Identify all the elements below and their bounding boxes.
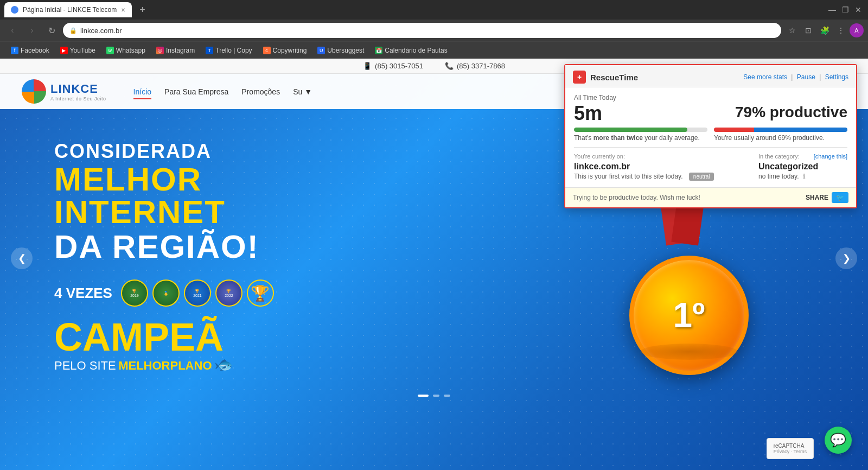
- screen-capture-button[interactable]: ⊡: [801, 23, 816, 38]
- lock-icon: 🔒: [69, 27, 77, 34]
- first-visit-label: This is your first visit to this site to…: [574, 173, 683, 180]
- profile-button[interactable]: A: [850, 23, 864, 37]
- bookmark-trello[interactable]: T Trello | Copy: [201, 45, 256, 56]
- footer-text: Trying to be productive today. Wish me l…: [573, 194, 700, 201]
- url-text: linkce.com.br: [80, 27, 775, 35]
- copywriting-icon: c: [263, 47, 271, 54]
- slide-dot-1[interactable]: [418, 395, 429, 397]
- phone-icon: 📞: [445, 62, 454, 70]
- bookmark-calendario[interactable]: 📅 Calendário de Pautas: [371, 45, 451, 56]
- restore-button[interactable]: ❐: [840, 4, 851, 15]
- bookmark-whatsapp-label: Whatsapp: [116, 47, 145, 54]
- neutral-badge: neutral: [689, 173, 714, 181]
- twitter-share-button[interactable]: 🐦: [832, 192, 848, 203]
- forward-button[interactable]: ›: [24, 22, 40, 39]
- address-bar[interactable]: 🔒 linkce.com.br: [63, 23, 781, 38]
- close-button[interactable]: ✕: [853, 4, 864, 15]
- progress-row: That's more than twice your daily averag…: [574, 128, 847, 142]
- facebook-icon: f: [11, 47, 18, 54]
- slide-dots: [418, 395, 450, 397]
- multi-bar-track: [714, 128, 847, 132]
- green-bar-fill: [574, 128, 687, 132]
- logo-globe-icon: [22, 79, 46, 104]
- bookmark-copywriting[interactable]: c Copywriting: [259, 45, 311, 56]
- hero-4x-text: 4 VEZES: [54, 285, 112, 302]
- slide-dot-2[interactable]: [433, 395, 439, 397]
- rescuetime-body: All Time Today 5m 79% productive: [565, 87, 856, 187]
- pause-link[interactable]: Pause: [797, 73, 815, 81]
- rescuetime-header-links: See more stats | Pause | Settings: [743, 73, 848, 81]
- window-controls: — ❐ ✕: [827, 4, 864, 15]
- new-tab-button[interactable]: +: [136, 4, 149, 16]
- hero-line2: MELHOR INTERNET: [54, 163, 380, 228]
- category-label: In the category: [change this]: [758, 153, 847, 160]
- logo-text: LINKCE A Internet do Seu Jeito: [50, 82, 106, 101]
- bar-blue-segment: [754, 128, 847, 132]
- page-content: 📱 (85) 3015-7051 📞 (85) 3371-7868 LINKCE…: [0, 59, 868, 470]
- change-this-link[interactable]: [change this]: [814, 153, 847, 160]
- award-badges: 🏆2019 🥇 🏆2021 🏆2022 🏆: [121, 280, 274, 307]
- hero-line3: DA REGIÃO!: [54, 231, 380, 263]
- time-value: 5m: [574, 104, 711, 123]
- phone2-text: (85) 3371-7868: [457, 62, 505, 70]
- twitter-icon: 🐦: [836, 194, 844, 201]
- bookmark-ubersuggest-label: Ubersuggest: [327, 47, 364, 54]
- whatsapp-float-button[interactable]: 💬: [825, 427, 852, 454]
- nav-links: Início Para Sua Empresa Promoções Su ▼: [133, 85, 312, 98]
- hero-line1: CONSIDERADA: [54, 142, 380, 161]
- trello-icon: T: [206, 47, 213, 54]
- bookmark-trello-label: Trello | Copy: [215, 47, 252, 54]
- bookmark-ubersuggest[interactable]: U Ubersuggest: [313, 45, 368, 56]
- share-label: SHARE: [806, 194, 828, 201]
- award-badge-1: 🏆2019: [121, 280, 148, 307]
- prod-block: 79% productive: [711, 104, 847, 121]
- title-bar: Página Inicial - LINKCE Telecom ✕ + — ❐ …: [0, 0, 868, 20]
- calendario-icon: 📅: [375, 47, 382, 54]
- bookmark-instagram[interactable]: ◎ Instagram: [152, 45, 199, 56]
- whatsapp-bm-icon: w: [106, 47, 114, 54]
- slide-dot-3[interactable]: [444, 395, 450, 397]
- hero-champion-label: CAMPEÃ: [54, 317, 380, 357]
- bookmark-star-button[interactable]: ☆: [784, 23, 800, 38]
- hero-text-block: CONSIDERADA MELHOR INTERNET DA REGIÃO! 4…: [54, 142, 380, 373]
- site-logo: LINKCE A Internet do Seu Jeito: [22, 79, 106, 104]
- nav-more[interactable]: Su ▼: [293, 85, 312, 98]
- nav-inicio[interactable]: Início: [133, 85, 151, 98]
- navigation-bar: ‹ › ↻ 🔒 linkce.com.br ☆ ⊡ 🧩 ⋮ A: [0, 20, 868, 41]
- minimize-button[interactable]: —: [827, 4, 838, 15]
- carousel-right-arrow[interactable]: ❯: [835, 247, 857, 269]
- website: 📱 (85) 3015-7051 📞 (85) 3371-7868 LINKCE…: [0, 59, 868, 470]
- nav-empresa[interactable]: Para Sua Empresa: [164, 85, 228, 98]
- phone1-item: 📱 (85) 3015-7051: [363, 62, 423, 70]
- current-section: You're currently on: linkce.com.br This …: [574, 147, 847, 181]
- hero-site-line: PELO SITE MelhorPlano 🐟: [54, 357, 380, 373]
- tab-title: Página Inicial - LINKCE Telecom: [23, 6, 117, 14]
- tab-close-button[interactable]: ✕: [121, 7, 125, 13]
- carousel-left-arrow[interactable]: ❮: [11, 247, 33, 269]
- fish-icon: 🐟: [214, 357, 233, 373]
- recaptcha-text: reCAPTCHA: [774, 443, 807, 449]
- bookmark-facebook[interactable]: f Facebook: [7, 45, 54, 56]
- bookmark-youtube[interactable]: ▶ YouTube: [56, 45, 100, 56]
- category-label-text: In the category:: [758, 153, 800, 160]
- header-sep1: |: [791, 73, 794, 81]
- share-block: SHARE 🐦: [806, 192, 848, 203]
- see-more-stats-link[interactable]: See more stats: [743, 73, 787, 81]
- more-button[interactable]: ⋮: [833, 23, 848, 38]
- settings-link[interactable]: Settings: [825, 73, 848, 81]
- bookmark-whatsapp[interactable]: w Whatsapp: [102, 45, 150, 56]
- time-block: 5m: [574, 104, 711, 123]
- progress-right: You're usually around 69% productive.: [714, 128, 847, 142]
- instagram-icon: ◎: [156, 47, 164, 54]
- refresh-button[interactable]: ↻: [43, 22, 60, 39]
- back-button[interactable]: ‹: [4, 22, 21, 39]
- nav-promocoes[interactable]: Promoções: [241, 85, 280, 98]
- browser-tab[interactable]: Página Inicial - LINKCE Telecom ✕: [4, 2, 132, 17]
- hero-champion-block: CAMPEÃ PELO SITE MelhorPlano 🐟: [54, 317, 380, 373]
- logo-sub-text: A Internet do Seu Jeito: [50, 96, 106, 101]
- extensions-button[interactable]: 🧩: [817, 23, 832, 38]
- progress-left: That's more than twice your daily averag…: [574, 128, 707, 142]
- alltime-label: All Time Today: [574, 94, 847, 101]
- bar-red-segment: [714, 128, 754, 132]
- ubersuggest-icon: U: [317, 47, 325, 54]
